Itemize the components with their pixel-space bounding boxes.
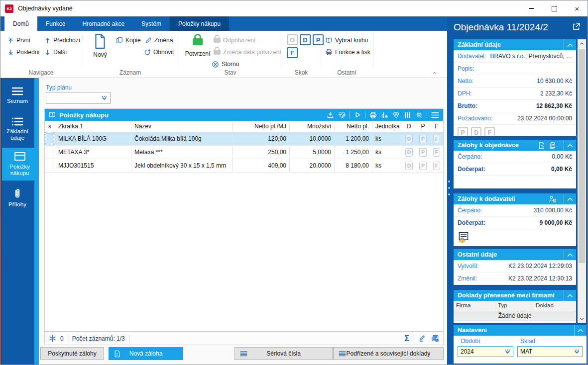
column-header-s[interactable]: s: [45, 121, 55, 132]
cell-netto[interactable]: 8 180,00: [335, 159, 372, 172]
columns-icon[interactable]: [404, 111, 411, 119]
f-badge-button[interactable]: F: [484, 127, 495, 136]
table-row[interactable]: MJJO301515 Jekl obdelníkový 30 x 15 x 1,…: [45, 159, 443, 173]
jump-o-button[interactable]: O: [287, 34, 298, 45]
column-header-f[interactable]: F: [430, 121, 443, 132]
ribbon-collapse-button[interactable]: [432, 71, 438, 76]
collapse-button[interactable]: [564, 249, 576, 260]
edit-form-icon[interactable]: [338, 111, 346, 119]
collapse-button[interactable]: [564, 290, 576, 301]
sum-icon[interactable]: Σ: [404, 334, 409, 343]
maximize-button[interactable]: [543, 0, 566, 16]
settings-icon[interactable]: [415, 111, 423, 119]
select-book-button[interactable]: Vybrat knihu: [325, 35, 368, 45]
cell-zkratka[interactable]: METAXA 3*: [55, 146, 131, 159]
cell-netto-mj[interactable]: 250,00: [233, 146, 290, 159]
column-header-zkratka[interactable]: Zkratka 1: [55, 121, 131, 132]
cell-netto-mj[interactable]: 409,00: [233, 159, 290, 172]
previous-record-button[interactable]: Předchozí: [44, 35, 80, 45]
tab-system[interactable]: Systém: [133, 16, 170, 31]
period-input[interactable]: [458, 348, 504, 355]
cell-d[interactable]: D: [402, 146, 416, 159]
cell-mnozstvi[interactable]: 5,0000: [290, 146, 335, 159]
row-selector-cell[interactable]: [45, 146, 55, 159]
warehouse-input[interactable]: [518, 348, 574, 355]
cell-zkratka[interactable]: MJJO301515: [55, 159, 131, 172]
sidebar-item-seznam[interactable]: Seznam: [0, 80, 34, 111]
change-button[interactable]: Změna: [145, 35, 173, 45]
cell-jednotka[interactable]: ks: [372, 159, 402, 172]
add-document-icon[interactable]: [431, 335, 439, 342]
subordinate-documents-button[interactable]: Podřízené a související doklady: [333, 347, 444, 360]
scroll-down-button[interactable]: [578, 315, 586, 323]
cell-d[interactable]: D: [402, 132, 416, 145]
serial-numbers-button[interactable]: Sériová čísla: [235, 347, 333, 360]
column-header-nazev[interactable]: Název: [131, 121, 233, 132]
edit-icon[interactable]: [419, 335, 426, 342]
column-header-typ[interactable]: Typ: [495, 301, 533, 311]
d-badge-button[interactable]: D: [471, 127, 481, 136]
jump-f-button[interactable]: F: [287, 47, 298, 58]
column-header-netto-mj[interactable]: Netto pl./MJ: [233, 121, 290, 132]
unconfirm-button[interactable]: Odpotvrzení: [214, 35, 255, 45]
last-record-button[interactable]: Poslední: [7, 47, 40, 57]
cell-nazev[interactable]: Čokoláda Milka bílá 100g: [131, 132, 233, 145]
column-header-firma[interactable]: Firma: [454, 301, 495, 311]
cell-f[interactable]: F: [430, 146, 443, 159]
sidebar-item-zakladni-udaje[interactable]: Základní údaje: [0, 114, 34, 145]
table-row[interactable]: METAXA 3* Metaxa *** 250,00 5,0000 1 250…: [45, 146, 443, 159]
tab-polozky-nakupu[interactable]: Položky nákupu: [170, 16, 229, 31]
column-header-mnozstvi[interactable]: Množství: [290, 121, 335, 132]
collapse-button[interactable]: [564, 193, 576, 204]
cell-jednotka[interactable]: ks: [372, 146, 402, 159]
period-select[interactable]: [458, 346, 513, 357]
open-in-window-button[interactable]: [572, 22, 581, 31]
splitter-handle[interactable]: [448, 181, 450, 195]
advance-invoice-icon[interactable]: [458, 231, 470, 243]
tab-funkce[interactable]: Funkce: [37, 16, 74, 31]
refresh-button[interactable]: Obnovit: [144, 47, 174, 57]
scroll-up-button[interactable]: [578, 39, 586, 47]
confirm-button[interactable]: Potvrzení: [183, 33, 213, 57]
cell-mnozstvi[interactable]: 10,0000: [290, 132, 335, 145]
collapse-button[interactable]: [564, 39, 576, 50]
change-confirm-date-button[interactable]: Změna data potvrzení: [214, 47, 281, 57]
collapse-button[interactable]: [564, 140, 576, 151]
column-header-doklad[interactable]: Doklad: [533, 301, 576, 311]
documents-icon[interactable]: [549, 142, 557, 149]
filter-circles-icon[interactable]: [392, 111, 400, 119]
column-header-jednotka[interactable]: Jednotka: [372, 121, 402, 132]
column-header-p[interactable]: P: [416, 121, 430, 132]
functions-print-button[interactable]: Funkce a tisk: [325, 47, 370, 57]
play-icon[interactable]: [354, 111, 361, 118]
sidebar-item-prilohy[interactable]: Přílohy: [0, 183, 34, 212]
chart-icon[interactable]: [381, 111, 388, 119]
jump-p-button[interactable]: P: [313, 34, 324, 45]
cell-f[interactable]: F: [430, 132, 443, 145]
row-selector-cell[interactable]: [45, 132, 55, 145]
first-record-button[interactable]: První: [7, 35, 30, 45]
cell-jednotka[interactable]: ks: [372, 132, 402, 145]
print-icon[interactable]: [369, 111, 377, 119]
jump-d-button[interactable]: D: [300, 34, 311, 45]
tab-domu[interactable]: Domů: [4, 16, 37, 31]
column-header-d[interactable]: D: [402, 121, 416, 132]
scrollbar-thumb[interactable]: [579, 49, 585, 263]
person-document-icon[interactable]: [549, 195, 557, 203]
cell-netto-mj[interactable]: 120,00: [233, 132, 290, 145]
cell-mnozstvi[interactable]: 20,0000: [290, 159, 335, 172]
cell-f[interactable]: F: [430, 159, 443, 172]
next-record-button[interactable]: Další: [44, 47, 67, 57]
import-icon[interactable]: [327, 111, 334, 119]
cell-nazev[interactable]: Metaxa ***: [131, 146, 233, 159]
cancel-button[interactable]: Storno: [212, 59, 239, 69]
plan-type-select[interactable]: [46, 92, 111, 104]
cell-p[interactable]: P: [416, 159, 430, 172]
document-icon[interactable]: [538, 142, 545, 149]
sidebar-item-polozky-nakupu[interactable]: Položky nákupu: [0, 148, 39, 181]
warehouse-select[interactable]: [517, 346, 583, 357]
row-selector-cell[interactable]: [45, 159, 55, 172]
cell-d[interactable]: D: [402, 159, 416, 172]
minimize-button[interactable]: [520, 0, 543, 16]
tab-hromadne-akce[interactable]: Hromadné akce: [74, 16, 133, 31]
